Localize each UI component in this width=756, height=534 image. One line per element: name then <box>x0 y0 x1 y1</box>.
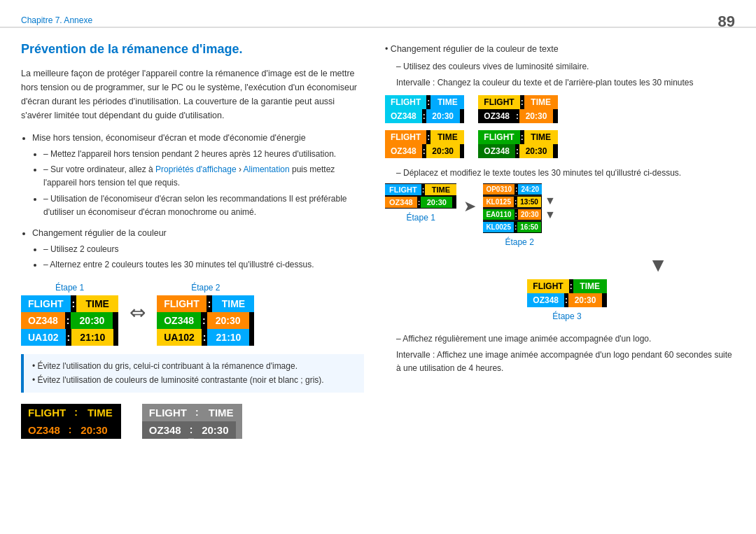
fw-s3-time: TIME <box>573 279 607 293</box>
section2-bullet: Changement régulier de la couleur <box>32 226 364 240</box>
sw2-ea: EA0110 <box>483 209 514 220</box>
fw-c3-time: TIME <box>524 95 558 109</box>
fw-c1-oz: OZ348 <box>385 109 422 123</box>
sw2-t1350: 13:50 <box>517 197 541 207</box>
etape2-col: Étape 2 FLIGHT : TIME OZ348 : 20:30 UA10… <box>157 279 254 346</box>
fw-step3: FLIGHT : TIME OZ348 : 20:30 <box>527 279 606 307</box>
fw-color1: FLIGHT : TIME OZ348 : 20:30 <box>385 95 464 123</box>
right-bullet1: Changement régulier de la couleur de tex… <box>385 42 735 56</box>
fw-flight-1: FLIGHT <box>21 295 71 312</box>
fw-t2110-1: 21:10 <box>71 329 113 346</box>
fw-oz-gray: OZ348 <box>142 421 188 439</box>
chapter-label: Chapitre 7. Annexe <box>21 15 92 25</box>
fw-oz-2: OZ348 <box>157 312 201 329</box>
right-column: Changement régulier de la couleur de tex… <box>385 42 735 439</box>
scroll-etape1-label: Étape 1 <box>407 213 435 223</box>
fw-ua-2: UA102 <box>157 329 202 346</box>
fw-c2-oz: OZ348 <box>385 144 422 158</box>
flight-widget-step1: FLIGHT : TIME OZ348 : 20:30 UA102 : 21:1… <box>21 295 118 346</box>
scroll-arrows: ▼ ▼ <box>545 195 556 221</box>
fw-c4-time: TIME <box>524 130 558 144</box>
fw-t2110-2: 21:10 <box>207 329 249 346</box>
scroll-widget-1: FLIGHT : TIME OZ348 : 20:30 <box>385 183 456 209</box>
fw-t2030-gray: 20:30 <box>194 421 236 439</box>
fw-c4-t2030: 20:30 <box>519 144 553 158</box>
scroll-widget-2: OP0310 : 24:20 KL0125 : 13:50 EA0110 <box>483 183 542 233</box>
top-border <box>0 27 756 28</box>
color-ex-col1: FLIGHT : TIME OZ348 : 20:30 FLI <box>385 95 464 158</box>
warning-box: • Évitez l'utilisation du gris, celui-ci… <box>21 354 364 392</box>
fw-c2-time: TIME <box>430 130 464 144</box>
fw-color3: FLIGHT : TIME OZ348 : 20:30 <box>478 95 557 123</box>
right-sub1-dash: Utilisez des couleurs vives de luminosit… <box>396 60 735 73</box>
flight-widget-dark: FLIGHT : TIME OZ348 : 20:30 <box>21 404 121 439</box>
warning-line1: • Évitez l'utilisation du gris, celui-ci… <box>32 360 356 373</box>
sw2-kl2: KL0025 <box>483 222 514 232</box>
fw-time-2: TIME <box>212 295 254 312</box>
right-arrow-icon: ➤ <box>463 183 476 216</box>
fw-c1-t2030: 20:30 <box>426 109 460 123</box>
flight-widget-gray: FLIGHT : TIME OZ348 : 20:30 <box>142 404 242 439</box>
fw-c3-t2030: 20:30 <box>519 109 553 123</box>
intro-paragraph: La meilleure façon de protéger l'apparei… <box>21 66 364 122</box>
fw-c2-flight: FLIGHT <box>385 130 426 144</box>
page-number: 89 <box>718 13 735 31</box>
double-arrow-icon: ⇔ <box>130 301 146 324</box>
bottom-widgets: FLIGHT : TIME OZ348 : 20:30 FLIGHT : <box>21 404 364 439</box>
fw-t2030-2: 20:30 <box>207 312 249 329</box>
scroll-etape2: OP0310 : 24:20 KL0125 : 13:50 EA0110 <box>483 183 555 250</box>
animate-section: Affichez régulièrement une image animée … <box>385 332 735 376</box>
warning-line2: • Évitez l'utilisation de couleurs de lu… <box>32 374 356 387</box>
fw-c1-flight: FLIGHT <box>385 95 426 109</box>
etape1-label: Étape 1 <box>55 283 84 293</box>
fw-color4: FLIGHT : TIME OZ348 : 20:30 <box>478 130 557 158</box>
right-indent-animate: Intervalle : Affichez une image animée a… <box>396 349 735 375</box>
sw2-t2030b: 20:30 <box>518 209 542 220</box>
section1-bullet: Mise hors tension, économiseur d'écran e… <box>32 131 364 145</box>
fw-c3-flight: FLIGHT <box>478 95 519 109</box>
bottom-widget-gray: FLIGHT : TIME OZ348 : 20:30 <box>142 404 242 439</box>
fw-flight-2: FLIGHT <box>157 295 206 312</box>
etape2-label: Étape 2 <box>191 283 220 293</box>
step3-label: Étape 3 <box>552 311 581 321</box>
fw-time-gray: TIME <box>200 404 242 421</box>
right-sub1-indent: Intervalle : Changez la couleur du texte… <box>396 76 735 90</box>
scroll-etape1: FLIGHT : TIME OZ348 : 20:30 Étape 1 <box>385 183 456 225</box>
bottom-widget-dark: FLIGHT : TIME OZ348 : 20:30 <box>21 404 121 439</box>
right-dash-scroll: Déplacez et modifiez le texte toutes les… <box>396 167 735 180</box>
color-examples: FLIGHT : TIME OZ348 : 20:30 FLI <box>385 95 735 158</box>
page-title: Prévention de la rémanence d'image. <box>21 42 364 57</box>
fw-oz-1: OZ348 <box>21 312 65 329</box>
fw-t2030-1: 20:30 <box>71 312 113 329</box>
fw-c2-t2030: 20:30 <box>426 144 460 158</box>
etape1-col: Étape 1 FLIGHT : TIME OZ348 : 20:30 UA10… <box>21 279 118 346</box>
section1-item2: Sur votre ordinateur, allez à Propriétés… <box>43 163 364 190</box>
scroll-etape2-label: Étape 2 <box>505 237 533 247</box>
steps-row-left: Étape 1 FLIGHT : TIME OZ348 : 20:30 UA10… <box>21 279 364 346</box>
left-column: Prévention de la rémanence d'image. La m… <box>21 42 364 439</box>
section2-item1: Utilisez 2 couleurs <box>43 243 364 256</box>
sw2-t1650: 16:50 <box>517 222 541 232</box>
fw-ua-1: UA102 <box>21 329 66 346</box>
down-arrow-step3: ▼ <box>581 254 735 276</box>
fw-s3-oz: OZ348 <box>527 293 564 307</box>
link-display-props[interactable]: Propriétés d'affichage <box>155 164 236 174</box>
fw-flight-gray: FLIGHT <box>142 404 194 421</box>
scroll-arrow-down1: ▼ <box>545 195 556 207</box>
scroll-step2-content: OP0310 : 24:20 KL0125 : 13:50 EA0110 <box>483 183 555 233</box>
fw-color2: FLIGHT : TIME OZ348 : 20:30 <box>385 130 464 158</box>
flight-widget-step2: FLIGHT : TIME OZ348 : 20:30 UA102 : 21:1… <box>157 295 254 346</box>
sw1-oz: OZ348 <box>385 197 417 208</box>
link-power[interactable]: Alimentation <box>244 164 290 174</box>
sw2-t2420: 24:20 <box>518 184 542 195</box>
fw-oz-dark: OZ348 <box>21 421 67 439</box>
fw-flight-dark: FLIGHT <box>21 404 73 421</box>
scroll-arrow-down2: ▼ <box>545 209 556 221</box>
fw-time-1: TIME <box>76 295 118 312</box>
fw-c4-flight: FLIGHT <box>478 130 519 144</box>
sw2-op: OP0310 <box>483 184 514 195</box>
fw-c3-oz: OZ348 <box>478 109 515 123</box>
fw-time-dark: TIME <box>79 404 121 421</box>
fw-s3-t2030: 20:30 <box>568 293 602 307</box>
section2-item2: Alternez entre 2 couleurs toutes les 30 … <box>43 258 364 272</box>
